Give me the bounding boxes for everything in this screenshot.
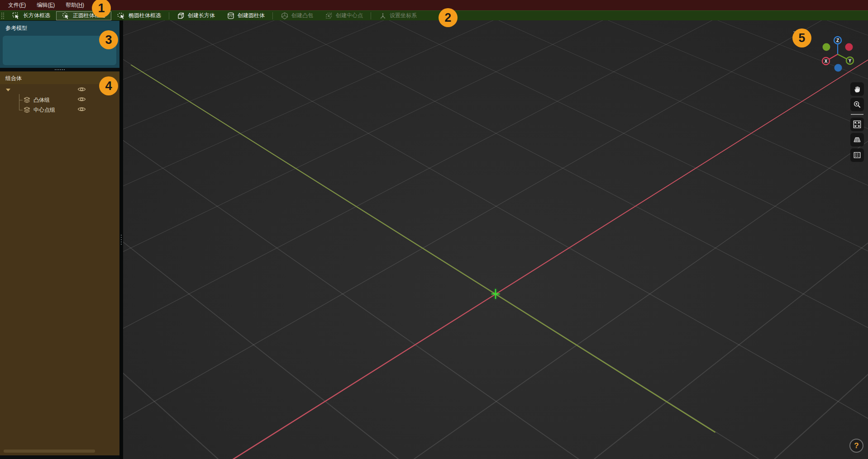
menu-help[interactable]: 帮助(H) [60,0,90,10]
help-button[interactable]: ? [849,439,863,453]
tree-row-center-point-group[interactable]: 中心点组 [0,105,119,115]
cylinder-select-icon [62,12,70,20]
tool-box-select[interactable]: 长方体框选 [6,11,56,20]
visibility-eye-icon[interactable] [77,97,86,104]
tool-set-coordinate-system: 设置坐标系 [373,11,423,20]
create-center-point-icon [325,12,333,20]
origin-marker [490,288,501,300]
menu-edit[interactable]: 编辑(E) [31,0,60,10]
tree-item-label: 中心点组 [33,106,55,114]
ground-grid-icon [853,136,861,144]
box-select-icon [12,12,20,20]
reference-model-title: 参考模型 [0,21,119,32]
collapse-caret-icon[interactable] [6,89,10,91]
toolbar-separator [272,12,273,19]
layers-icon [24,107,30,113]
menu-bar: 文件(F) 编辑(E) 帮助(H) [0,0,868,10]
set-coordinate-icon [379,12,387,20]
viewport-3d[interactable]: ⌶ Z X Y [123,20,868,459]
main-toolbar: 长方体框选 正圆柱体框选 椭圆柱体框选 创建长方体 [0,10,868,20]
toolbar-grip-handle[interactable] [0,12,5,20]
tree-item-label: 凸体组 [33,96,50,104]
tool-create-cuboid[interactable]: 创建长方体 [171,11,221,20]
annotation-badge-5: 5 [792,28,811,47]
pan-tool-button[interactable] [850,82,864,96]
orientation-gizmo[interactable]: Z X Y [819,33,859,73]
tool-create-convex-hull: 创建凸包 [275,11,319,20]
axis-line-red [232,53,868,459]
create-convex-hull-icon [281,12,289,20]
visibility-eye-icon[interactable] [77,87,86,94]
ground-grid [123,20,868,294]
zoom-tool-button[interactable] [850,98,864,111]
display-list-icon [853,151,861,159]
view-toolbar [850,82,864,162]
gizmo-ball-neg-y [845,43,853,51]
view-toolbar-separator [851,114,863,115]
ellipse-select-icon [117,12,126,20]
create-cuboid-icon [177,12,185,20]
annotation-badge-2: 2 [439,8,458,27]
gizmo-ball-neg-z [835,64,842,72]
pan-hand-icon [853,85,861,93]
horizontal-scrollbar-thumb[interactable] [4,450,95,453]
axis-line-green [131,65,716,433]
display-list-button[interactable] [850,148,864,162]
menu-file[interactable]: 文件(F) [3,0,31,10]
toolbar-separator [169,12,169,19]
sidebar-resize-handle[interactable] [119,20,123,459]
app-window: 文件(F) 编辑(E) 帮助(H) 长方体框选 正圆柱体框选 椭圆柱体 [0,0,868,459]
tool-create-cylinder[interactable]: 创建圆柱体 [221,11,271,20]
gizmo-ball-x: X [822,57,830,65]
svg-text:Z: Z [836,38,839,43]
panel-splitter-handle[interactable] [0,68,119,71]
tool-ellipse-select[interactable]: 椭圆柱体框选 [111,11,167,20]
tree-row-convex-group[interactable]: 凸体组 [0,95,119,105]
toolbar-separator [371,12,371,19]
annotation-badge-4: 4 [99,76,118,95]
create-cylinder-icon [227,12,235,20]
tool-create-center-point: 创建中心点 [319,11,369,20]
svg-text:Y: Y [849,58,852,63]
svg-text:X: X [825,59,828,64]
gizmo-ball-z: Z [834,37,841,44]
gizmo-ball-y: Y [846,57,854,64]
annotation-badge-3: 3 [99,30,118,49]
ground-grid-button[interactable] [850,133,864,147]
zoom-in-icon [853,100,861,109]
visibility-eye-icon[interactable] [77,107,86,114]
fit-view-button[interactable] [850,118,864,131]
layers-icon [24,97,30,103]
assembly-panel: 组合体 [0,71,119,455]
fit-view-icon [853,120,861,128]
gizmo-ball-neg-x [823,43,830,51]
